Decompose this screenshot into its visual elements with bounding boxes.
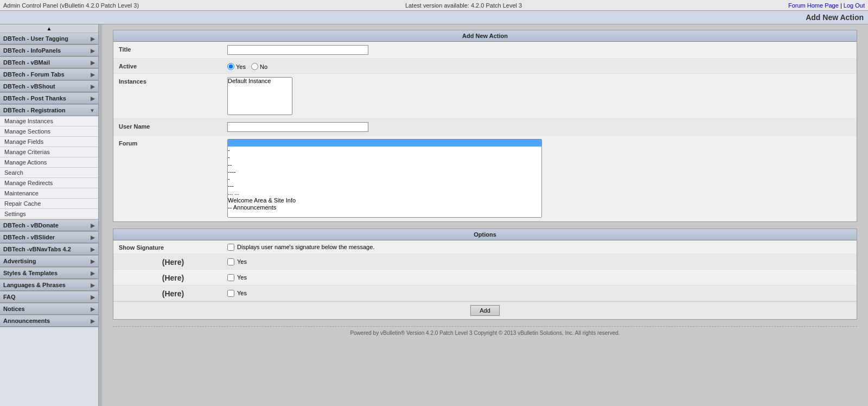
sidebar-group-header-registration[interactable]: DBTech - Registration ▼ xyxy=(0,105,98,116)
sidebar-item-manage-instances[interactable]: Manage Instances xyxy=(0,116,98,126)
instances-select[interactable]: Default Instance xyxy=(227,77,292,115)
chevron-right-icon: ▶ xyxy=(91,246,95,252)
forum-option-dashdashdash: ---- xyxy=(228,168,541,175)
sidebar-group-languages-phrases: Languages & Phrases ▶ xyxy=(0,280,98,291)
show-signature-label: Show Signature xyxy=(119,243,227,251)
active-yes-radio[interactable] xyxy=(227,63,234,70)
sidebar-group-registration: DBTech - Registration ▼ Manage Instances… xyxy=(0,105,98,220)
username-row: User Name xyxy=(113,119,857,136)
forum-control-wrap: - - -- ---- - --- ... ... Welcome Area &… xyxy=(227,139,851,218)
sidebar-group-advertising: Advertising ▶ xyxy=(0,256,98,268)
sidebar-group-header-user-tagging[interactable]: DBTech - User Tagging ▶ xyxy=(0,33,98,45)
here-label-2: (Here) xyxy=(119,272,227,282)
here-label-3: (Here) xyxy=(119,288,227,298)
chevron-right-icon: ▶ xyxy=(91,48,95,54)
page-title: Add New Action xyxy=(806,13,864,22)
version-notice: Latest version available: 4.2.0 Patch Le… xyxy=(405,2,522,9)
sidebar-group-header-languages-phrases[interactable]: Languages & Phrases ▶ xyxy=(0,280,98,291)
forum-select[interactable]: - - -- ---- - --- ... ... Welcome Area &… xyxy=(227,139,542,218)
forum-label: Forum xyxy=(119,139,227,147)
sidebar-group-header-announcements[interactable]: Announcements ▶ xyxy=(0,315,98,327)
sidebar-group-announcements: Announcements ▶ xyxy=(0,315,98,327)
forum-option-dashdash: -- xyxy=(228,161,541,168)
sidebar-group-header-vbdonate[interactable]: DBTech - vBDonate ▶ xyxy=(0,220,98,231)
instances-control-wrap: Default Instance xyxy=(227,77,851,115)
sidebar-group-notices: Notices ▶ xyxy=(0,303,98,315)
sidebar-group-header-post-thanks[interactable]: DBTech - Post Thanks ▶ xyxy=(0,93,98,104)
sidebar-item-manage-sections[interactable]: Manage Sections xyxy=(0,126,98,137)
username-input[interactable] xyxy=(227,122,368,132)
content-area: Add New Action Title Active xyxy=(102,24,868,406)
chevron-right-icon: ▶ xyxy=(91,96,95,101)
forum-row: Forum - - -- ---- - --- ... ... Welcome … xyxy=(113,136,857,221)
chevron-right-icon: ▶ xyxy=(91,306,95,312)
forum-option-tripdash: --- xyxy=(228,182,541,189)
sidebar-group-vbshout: DBTech - vBShout ▶ xyxy=(0,81,98,93)
sidebar-group-header-infopanels[interactable]: DBTech - InfoPanels ▶ xyxy=(0,45,98,56)
chevron-right-icon: ▶ xyxy=(91,223,95,229)
active-yes-label[interactable]: Yes xyxy=(227,63,246,70)
add-action-panel-body: Title Active Yes xyxy=(113,42,857,221)
forum-option-dash2: - xyxy=(228,154,541,161)
here-row-2: (Here) Yes xyxy=(113,270,857,286)
sidebar-item-repair-cache[interactable]: Repair Cache xyxy=(0,199,98,209)
forum-home-link[interactable]: Forum Home Page xyxy=(788,2,839,9)
instances-option-default: Default Instance xyxy=(228,78,292,85)
sidebar-group-header-forum-tabs[interactable]: DBTech - Forum Tabs ▶ xyxy=(0,69,98,80)
here-label-1: (Here) xyxy=(119,257,227,267)
logout-link[interactable]: Log Out xyxy=(844,2,865,9)
sidebar-item-search[interactable]: Search xyxy=(0,168,98,178)
sidebar-item-manage-fields[interactable]: Manage Fields xyxy=(0,137,98,147)
sidebar-group-user-tagging: DBTech - User Tagging ▶ xyxy=(0,33,98,45)
add-action-panel-header: Add New Action xyxy=(113,30,857,42)
sidebar-scroll-up[interactable]: ▲ xyxy=(0,24,98,33)
chevron-right-icon: ▶ xyxy=(91,84,95,90)
active-no-label[interactable]: No xyxy=(251,63,267,70)
sidebar-item-manage-actions[interactable]: Manage Actions xyxy=(0,157,98,168)
forum-option-dash1: - xyxy=(228,147,541,154)
title-control-wrap xyxy=(227,45,851,55)
sidebar-item-maintenance[interactable]: Maintenance xyxy=(0,188,98,199)
sidebar-item-manage-criterias[interactable]: Manage Criterias xyxy=(0,147,98,157)
sidebar-group-header-vbshout[interactable]: DBTech - vBShout ▶ xyxy=(0,81,98,92)
sidebar-item-manage-redirects[interactable]: Manage Redirects xyxy=(0,178,98,188)
active-no-radio[interactable] xyxy=(251,63,258,70)
top-bar: Admin Control Panel (vBulletin 4.2.0 Pat… xyxy=(0,0,868,11)
sidebar: ▲ DBTech - User Tagging ▶ DBTech - InfoP… xyxy=(0,24,99,406)
show-signature-desc: Displays user name's signature below the… xyxy=(237,244,374,250)
chevron-right-icon: ▶ xyxy=(91,294,95,300)
sidebar-group-header-vbslider[interactable]: DBTech - vBSlider ▶ xyxy=(0,232,98,243)
forum-option-dots: ... ... xyxy=(228,189,541,196)
add-button[interactable]: Add xyxy=(470,305,500,316)
options-panel-header: Options xyxy=(113,229,857,240)
title-input[interactable] xyxy=(227,45,368,55)
instances-row: Instances Default Instance xyxy=(113,74,857,119)
show-signature-row: Show Signature Displays user name's sign… xyxy=(113,240,857,254)
chevron-right-icon: ▶ xyxy=(91,270,95,276)
username-control-wrap xyxy=(227,122,851,132)
show-signature-checkbox[interactable] xyxy=(227,244,234,251)
sidebar-group-vbdonate: DBTech - vBDonate ▶ xyxy=(0,220,98,232)
main-layout: ▲ DBTech - User Tagging ▶ DBTech - InfoP… xyxy=(0,24,868,406)
chevron-right-icon: ▶ xyxy=(91,72,95,78)
sidebar-group-header-styles-templates[interactable]: Styles & Templates ▶ xyxy=(0,268,98,279)
here-checkbox-3[interactable] xyxy=(227,290,234,297)
sidebar-group-header-vbnavtabs[interactable]: DBTech -vBNavTabs 4.2 ▶ xyxy=(0,244,98,255)
title-row: Title xyxy=(113,42,857,59)
here-control-1: Yes xyxy=(227,258,851,265)
sidebar-group-faq: FAQ ▶ xyxy=(0,291,98,303)
sidebar-group-header-advertising[interactable]: Advertising ▶ xyxy=(0,256,98,267)
chevron-right-icon: ▶ xyxy=(91,258,95,264)
forum-option-welcome: Welcome Area & Site Info xyxy=(228,197,541,204)
here-checkbox-2[interactable] xyxy=(227,274,234,281)
sidebar-group-vbmail: DBTech - vBMail ▶ xyxy=(0,57,98,69)
top-bar-links: Forum Home Page | Log Out xyxy=(788,2,865,9)
sidebar-group-header-notices[interactable]: Notices ▶ xyxy=(0,303,98,315)
sidebar-item-settings[interactable]: Settings xyxy=(0,209,98,219)
forum-option-announcements: -- Announcements xyxy=(228,204,541,211)
sidebar-group-forum-tabs: DBTech - Forum Tabs ▶ xyxy=(0,69,98,81)
here-checkbox-1[interactable] xyxy=(227,258,234,265)
sidebar-group-header-vbmail[interactable]: DBTech - vBMail ▶ xyxy=(0,57,98,68)
options-panel-body: Show Signature Displays user name's sign… xyxy=(113,240,857,319)
sidebar-group-header-faq[interactable]: FAQ ▶ xyxy=(0,291,98,303)
